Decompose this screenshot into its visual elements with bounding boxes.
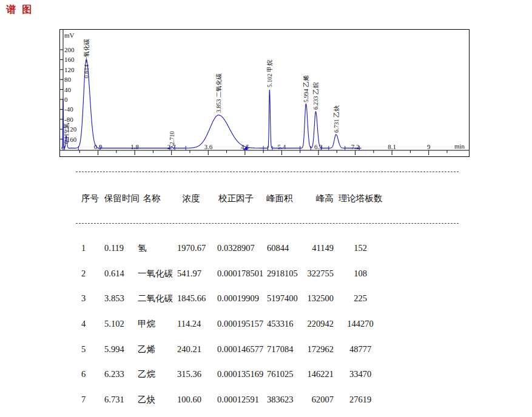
table-cell: 二氧化碳 bbox=[132, 286, 171, 312]
table-cell: 2 bbox=[76, 261, 99, 287]
x-tick-label: 8.1 bbox=[388, 143, 396, 150]
chromatogram-svg: 20016012080400-40-80-120-160mV0.91.82.73… bbox=[60, 30, 469, 156]
table-row: 76.731乙炔100.600.000125913836236200727619 bbox=[76, 387, 459, 413]
chromatogram-panel: 20016012080400-40-80-120-160mV0.91.82.73… bbox=[59, 29, 470, 157]
column-header: 浓度 bbox=[171, 192, 211, 204]
peak-results-table: 序号保留时间名称浓度校正因子峰面积峰高理论塔板数 10.119氢1970.670… bbox=[76, 167, 459, 417]
separator-dashed-mid bbox=[76, 223, 459, 224]
table-cell: 7 bbox=[76, 387, 99, 413]
x-tick-label: 7.2 bbox=[351, 143, 360, 150]
table-cell: 乙炔 bbox=[132, 387, 171, 413]
peak-label: 5.994 乙烯 bbox=[303, 75, 309, 102]
table-body: 10.119氢1970.670.0328907608444114915220.6… bbox=[76, 236, 459, 413]
y-tick-label: 160 bbox=[64, 56, 75, 63]
x-tick-label: 6.3 bbox=[314, 143, 323, 150]
table-cell: 甲烷 bbox=[132, 312, 171, 337]
column-header: 峰高 bbox=[298, 192, 334, 204]
peak-label: 0.614 一氧化碳 bbox=[83, 39, 90, 78]
table-cell: 152 bbox=[334, 236, 387, 261]
table-row: 66.233乙烷315.360.000135169761025146221334… bbox=[76, 362, 459, 387]
table-cell: 33470 bbox=[334, 362, 387, 387]
column-header: 保留时间 bbox=[99, 192, 132, 204]
table-cell: 一氧化碳 bbox=[132, 261, 171, 287]
table-cell: 3 bbox=[76, 286, 99, 312]
peak-label: 6.731 乙炔 bbox=[333, 105, 340, 133]
table-cell: 0.000146577 bbox=[211, 337, 261, 362]
table-cell: 5 bbox=[76, 337, 99, 362]
table-cell: 1 bbox=[76, 236, 99, 261]
table-cell: 453316 bbox=[261, 312, 298, 337]
table-cell: 48777 bbox=[334, 337, 387, 362]
table-cell: 114.24 bbox=[171, 312, 211, 337]
table-row: 45.102甲烷114.240.000195157453316220942144… bbox=[76, 312, 459, 337]
table-cell: 383623 bbox=[261, 387, 298, 413]
table-cell: 5.102 bbox=[99, 312, 132, 337]
table-cell: 717084 bbox=[261, 337, 298, 362]
x-tick-label: 3.6 bbox=[204, 143, 212, 150]
table-cell: 172962 bbox=[298, 337, 334, 362]
table-cell: 氢 bbox=[132, 236, 171, 261]
y-tick-label: 80 bbox=[64, 76, 72, 83]
table-cell: 27619 bbox=[334, 387, 387, 413]
table-cell: 5.994 bbox=[99, 337, 132, 362]
peak-label: 2.710 bbox=[169, 132, 175, 145]
column-header: 理论塔板数 bbox=[334, 192, 387, 204]
table-cell: 6 bbox=[76, 362, 99, 387]
x-axis-unit-label: min bbox=[454, 142, 465, 150]
table-cell: 132500 bbox=[298, 286, 334, 312]
peak-label: 3.853 二氧化碳 bbox=[215, 73, 222, 113]
table-row: 33.853二氧化碳1845.660.000199095197400132500… bbox=[76, 286, 459, 312]
y-tick-label: 120 bbox=[64, 66, 75, 73]
separator-dashed-top bbox=[76, 172, 459, 172]
table-cell: 315.36 bbox=[171, 362, 211, 387]
table-cell: 1845.66 bbox=[171, 286, 211, 312]
table-cell: 乙烯 bbox=[132, 337, 171, 362]
table-cell: 60844 bbox=[261, 236, 298, 261]
table-cell: 0.000178501 bbox=[211, 261, 261, 287]
table-cell: 146221 bbox=[298, 362, 334, 387]
table-cell: 220942 bbox=[298, 312, 334, 337]
table-cell: 240.21 bbox=[171, 337, 211, 362]
table-cell: 0.119 bbox=[99, 236, 132, 261]
table-cell: 5197400 bbox=[261, 286, 298, 312]
table-cell: 0.00012591 bbox=[211, 387, 261, 413]
table-cell: 761025 bbox=[261, 362, 298, 387]
peak-label: 0.119 氢 bbox=[63, 122, 70, 144]
table-cell: 0.000135169 bbox=[211, 362, 261, 387]
page-title: 谱 图 bbox=[6, 4, 33, 16]
y-tick-label: -40 bbox=[64, 105, 73, 113]
peak-label: 6.233 乙烷 bbox=[312, 82, 319, 110]
table-cell: 108 bbox=[334, 261, 387, 287]
table-cell: 0.614 bbox=[99, 261, 132, 287]
table-cell: 0.0328907 bbox=[211, 236, 261, 261]
y-axis-unit-label: mV bbox=[64, 32, 75, 39]
table-cell: 4 bbox=[76, 312, 99, 337]
x-tick-label: 5.4 bbox=[278, 143, 286, 150]
table-cell: 225 bbox=[334, 286, 387, 312]
table-cell: 6.233 bbox=[99, 362, 132, 387]
table-cell: 100.60 bbox=[171, 387, 211, 413]
column-header: 名称 bbox=[132, 192, 171, 204]
table-row: 10.119氢1970.670.03289076084441149152 bbox=[76, 236, 459, 261]
table-cell: 乙烷 bbox=[132, 362, 171, 387]
column-header: 校正因子 bbox=[211, 192, 261, 204]
table-cell: 6.731 bbox=[99, 387, 132, 413]
table-header-row: 序号保留时间名称浓度校正因子峰面积峰高理论塔板数 bbox=[76, 192, 387, 204]
table-cell: 1970.67 bbox=[171, 236, 211, 261]
table-cell: 41149 bbox=[298, 236, 334, 261]
table-row: 20.614一氧化碳541.970.0001785012918105322755… bbox=[76, 261, 459, 287]
table-cell: 0.000195157 bbox=[211, 312, 261, 337]
column-header: 序号 bbox=[76, 192, 99, 204]
table-cell: 3.853 bbox=[99, 286, 132, 312]
table-row: 55.994乙烯240.210.000146577717084172962487… bbox=[76, 337, 459, 362]
peak-label: 5.102 甲烷 bbox=[266, 59, 273, 87]
y-tick-label: 0 bbox=[64, 96, 68, 103]
y-tick-label: 40 bbox=[64, 86, 72, 93]
table-cell: 322755 bbox=[298, 261, 334, 287]
column-header: 峰面积 bbox=[261, 192, 298, 204]
x-tick-label: 9 bbox=[427, 143, 431, 150]
table-cell: 62007 bbox=[298, 387, 334, 413]
table-cell: 144270 bbox=[334, 312, 387, 337]
y-tick-label: -80 bbox=[64, 116, 73, 123]
x-tick-label: 1.8 bbox=[130, 143, 139, 150]
